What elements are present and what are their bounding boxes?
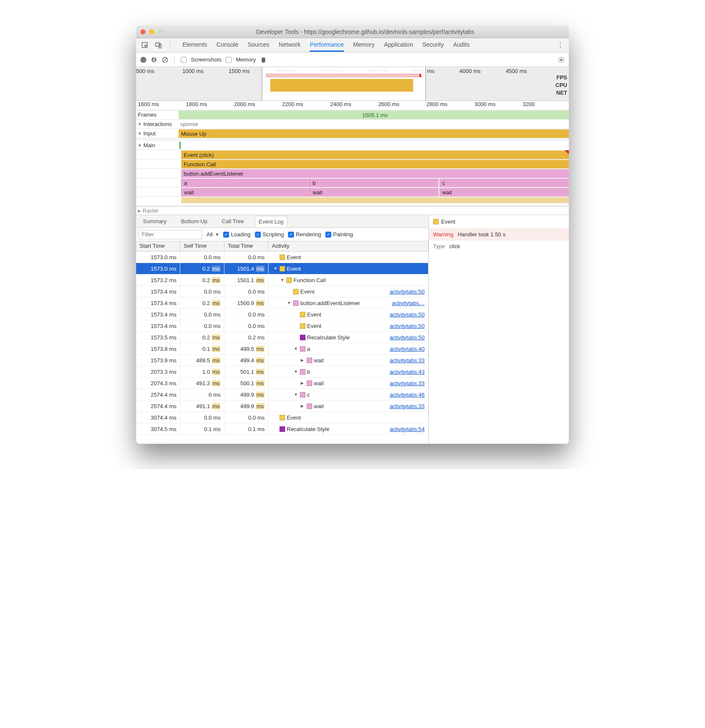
event-swatch-icon bbox=[433, 219, 439, 224]
source-link[interactable]: activitytabs:50 bbox=[390, 311, 425, 318]
filter-scope-dropdown[interactable]: All▼ bbox=[207, 231, 219, 238]
main-label[interactable]: Main bbox=[143, 142, 155, 148]
flame-wait-b[interactable]: wait bbox=[310, 188, 439, 196]
activity-swatch-icon bbox=[280, 415, 285, 420]
trash-icon[interactable] bbox=[260, 56, 267, 63]
sub-tab-call-tree[interactable]: Call Tree bbox=[218, 216, 247, 227]
record-button[interactable] bbox=[140, 57, 146, 63]
inspect-icon[interactable] bbox=[141, 42, 149, 49]
zoom-button[interactable] bbox=[157, 29, 162, 34]
settings-gear-icon[interactable] bbox=[558, 56, 565, 63]
log-row[interactable]: 1573.0 ms0.2 ms1501.4 ms▼Event bbox=[136, 263, 428, 274]
activity-swatch-icon bbox=[300, 346, 305, 352]
log-row[interactable]: 2574.4 ms491.1 ms499.9 ms▶waitactivityta… bbox=[136, 400, 428, 412]
warning-text: Handler took 1.50 s bbox=[458, 231, 506, 238]
log-row[interactable]: 2574.4 ms0 ms499.9 ms▼cactivitytabs:46 bbox=[136, 389, 428, 400]
source-link[interactable]: activitytabs:40 bbox=[390, 346, 425, 352]
activity-swatch-icon bbox=[307, 381, 312, 386]
window-title: Developer Tools - https://googlechrome.g… bbox=[166, 28, 565, 35]
flame-c[interactable]: c bbox=[439, 179, 569, 187]
activity-swatch-icon bbox=[280, 266, 285, 272]
tab-application[interactable]: Application bbox=[384, 39, 413, 52]
rendering-checkbox[interactable]: ✓ bbox=[288, 232, 294, 238]
tab-security[interactable]: Security bbox=[422, 39, 444, 52]
clear-icon[interactable] bbox=[162, 56, 168, 63]
flame-function-call[interactable]: Function Call bbox=[181, 160, 569, 168]
log-row[interactable]: 2073.3 ms1.0 ms501.1 ms▼bactivitytabs:43 bbox=[136, 366, 428, 378]
activity-swatch-icon bbox=[300, 312, 305, 317]
log-row[interactable]: 1573.4 ms0.0 ms0.0 msEventactivitytabs:5… bbox=[136, 309, 428, 320]
activity-swatch-icon bbox=[307, 403, 312, 409]
log-row[interactable]: 1573.9 ms489.5 ms499.4 ms▶waitactivityta… bbox=[136, 355, 428, 366]
source-link[interactable]: activitytabs:50 bbox=[390, 334, 425, 341]
source-link[interactable]: activitytabs:54 bbox=[390, 426, 425, 432]
minimize-button[interactable] bbox=[149, 29, 154, 34]
reload-icon[interactable] bbox=[151, 56, 157, 63]
type-value: click bbox=[449, 243, 460, 249]
source-link[interactable]: activitytabs:33 bbox=[390, 380, 425, 386]
log-row[interactable]: 1573.4 ms0.2 ms1500.9 ms▼button.addEvent… bbox=[136, 297, 428, 309]
source-link[interactable]: activitytabs:46 bbox=[390, 392, 425, 398]
window-titlebar: Developer Tools - https://googlechrome.g… bbox=[136, 25, 569, 38]
details-pane: Event WarningHandler took 1.50 s Typecli… bbox=[429, 215, 569, 444]
tab-elements[interactable]: Elements bbox=[182, 39, 207, 52]
tab-memory[interactable]: Memory bbox=[353, 39, 375, 52]
source-link[interactable]: activitytabs:33 bbox=[390, 357, 425, 364]
flame-a[interactable]: a bbox=[181, 179, 310, 187]
log-row[interactable]: 1573.5 ms0.2 ms0.2 msRecalculate Styleac… bbox=[136, 332, 428, 343]
input-bar[interactable]: Mouse Up bbox=[179, 129, 569, 138]
flame-wait-c[interactable]: wait bbox=[439, 188, 569, 196]
activity-swatch-icon bbox=[280, 426, 285, 432]
filter-input[interactable] bbox=[139, 230, 202, 239]
source-link[interactable]: activitytabs… bbox=[392, 300, 425, 306]
activity-swatch-icon bbox=[293, 300, 299, 306]
log-row[interactable]: 2074.3 ms491.3 ms500.1 ms▶waitactivityta… bbox=[136, 378, 428, 389]
frames-row: Frames 1505.1 ms bbox=[136, 110, 569, 120]
flame-b[interactable]: b bbox=[310, 179, 439, 187]
svg-line-4 bbox=[163, 58, 167, 62]
close-button[interactable] bbox=[140, 29, 145, 34]
flame-wait-a[interactable]: wait bbox=[181, 188, 310, 196]
painting-checkbox[interactable]: ✓ bbox=[325, 232, 331, 238]
warning-label: Warning bbox=[433, 231, 453, 238]
flame-event-click[interactable]: Event (click) bbox=[181, 151, 569, 159]
screenshots-checkbox[interactable] bbox=[181, 57, 187, 63]
source-link[interactable]: activitytabs:50 bbox=[390, 288, 425, 295]
flame-listener[interactable]: button.addEventListener bbox=[181, 169, 569, 178]
activity-swatch-icon bbox=[300, 335, 305, 340]
log-row[interactable]: 1573.4 ms0.0 ms0.0 msEventactivitytabs:5… bbox=[136, 286, 428, 297]
screenshots-label: Screenshots bbox=[191, 56, 221, 63]
tab-console[interactable]: Console bbox=[216, 39, 238, 52]
input-label[interactable]: Input bbox=[143, 130, 156, 137]
net-label: NET bbox=[556, 89, 567, 97]
tab-audits[interactable]: Audits bbox=[453, 39, 470, 52]
log-row[interactable]: 3074.4 ms0.0 ms0.0 msEvent bbox=[136, 412, 428, 423]
overview-minimap[interactable]: 500 ms1000 ms1500 ms2000 ms2500 ms3000 m… bbox=[136, 67, 569, 101]
sub-tab-bottom-up[interactable]: Bottom-Up bbox=[178, 216, 211, 227]
tab-performance[interactable]: Performance bbox=[310, 39, 344, 52]
log-row[interactable]: 1573.2 ms0.2 ms1501.1 ms▼Function Call bbox=[136, 274, 428, 286]
log-row[interactable]: 3074.5 ms0.1 ms0.1 msRecalculate Styleac… bbox=[136, 423, 428, 435]
interactions-label[interactable]: Interactions bbox=[143, 121, 172, 127]
raster-label[interactable]: Raster bbox=[143, 207, 159, 214]
source-link[interactable]: activitytabs:50 bbox=[390, 323, 425, 329]
tab-network[interactable]: Network bbox=[279, 39, 300, 52]
perf-toolbar: Screenshots Memory bbox=[136, 53, 569, 67]
tab-sources[interactable]: Sources bbox=[248, 39, 269, 52]
device-toggle-icon[interactable] bbox=[155, 42, 162, 49]
loading-checkbox[interactable]: ✓ bbox=[223, 232, 229, 238]
log-row[interactable]: 1573.8 ms0.1 ms499.5 ms▼aactivitytabs:40 bbox=[136, 343, 428, 355]
more-menu-icon[interactable]: ⋮ bbox=[557, 41, 564, 49]
sub-tab-event-log[interactable]: Event Log bbox=[255, 216, 288, 227]
sub-tab-summary[interactable]: Summary bbox=[140, 216, 170, 227]
event-log-table[interactable]: 1573.0 ms0.0 ms0.0 msEvent1573.0 ms0.2 m… bbox=[136, 252, 428, 444]
memory-checkbox[interactable] bbox=[226, 57, 232, 63]
frame-bar[interactable]: 1505.1 ms bbox=[179, 111, 569, 119]
scripting-checkbox[interactable]: ✓ bbox=[255, 232, 261, 238]
source-link[interactable]: activitytabs:33 bbox=[390, 403, 425, 409]
log-row[interactable]: 1573.0 ms0.0 ms0.0 msEvent bbox=[136, 252, 428, 263]
source-link[interactable]: activitytabs:43 bbox=[390, 369, 425, 375]
type-label: Type bbox=[433, 243, 445, 249]
log-row[interactable]: 1573.4 ms0.0 ms0.0 msEventactivitytabs:5… bbox=[136, 320, 428, 332]
fps-label: FPS bbox=[556, 74, 567, 81]
